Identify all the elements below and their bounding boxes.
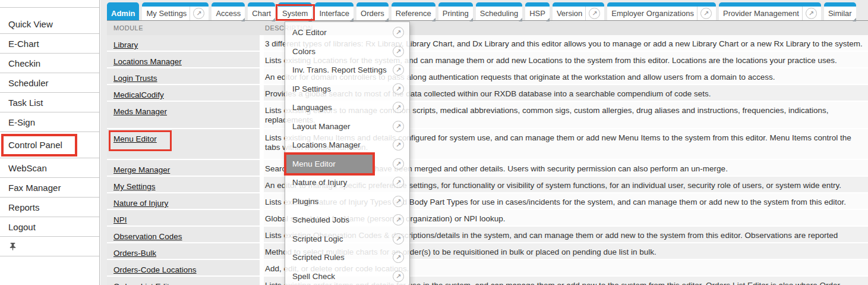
pin-sidebar-button[interactable]: [0, 237, 99, 256]
tab-scheduling[interactable]: Scheduling: [476, 2, 522, 20]
external-link-icon[interactable]: ↗: [193, 8, 204, 19]
tab-label: My Settings: [146, 9, 187, 18]
sidebar-item-control-panel[interactable]: Control Panel: [0, 132, 99, 158]
open-in-editor-icon[interactable]: ↗: [393, 214, 404, 226]
menu-item-spell-check[interactable]: Spell Check↗: [285, 267, 409, 285]
tab-bar: AdminMy Settings↗AccessChartSystemInterf…: [100, 0, 868, 20]
open-in-editor-icon[interactable]: ↗: [393, 177, 404, 188]
tab-label: Provider Management: [723, 9, 799, 18]
menu-item-nature-of-injury[interactable]: Nature of Injury↗: [285, 173, 409, 192]
table-row: NPIGlobal search tool for Name (person o…: [107, 210, 868, 227]
module-link-login-trusts[interactable]: Login Trusts: [113, 74, 157, 83]
open-in-editor-icon[interactable]: ↗: [393, 233, 404, 245]
tab-version[interactable]: Version↗: [553, 2, 604, 20]
sidebar-item-task-list[interactable]: Task List: [0, 93, 99, 112]
tab-employer-organizations[interactable]: Employer Organizations↗: [607, 2, 716, 20]
tab-external-segment: ↗: [802, 7, 817, 20]
menu-item-scripted-logic[interactable]: Scripted Logic↗: [285, 230, 409, 249]
menu-item-inv-trans-report-settings[interactable]: Inv. Trans. Report Settings↗: [285, 61, 409, 80]
menu-item-plugins[interactable]: Plugins↗: [285, 192, 409, 211]
tab-similar[interactable]: Similar: [824, 2, 856, 20]
external-link-icon[interactable]: ↗: [806, 8, 817, 19]
tab-label: Orders: [361, 9, 384, 18]
tab-provider-management[interactable]: Provider Management↗: [719, 2, 821, 20]
open-in-editor-icon[interactable]: ↗: [393, 158, 404, 170]
module-cell: Merge Manager: [107, 160, 260, 177]
tab-external-segment: ↗: [190, 7, 204, 20]
sidebar-item-fax-manager[interactable]: Fax Manager: [0, 178, 99, 198]
tab-label: Similar: [828, 9, 852, 18]
column-gap: [260, 193, 264, 210]
module-cell: Orders-Code Locations: [107, 260, 260, 277]
menu-item-menu-editor[interactable]: Menu Editor↗: [285, 155, 409, 174]
sidebar-item-e-chart[interactable]: E-Chart: [0, 34, 99, 54]
menu-item-label: Layout Manager: [292, 122, 351, 131]
sidebar-item-reports[interactable]: Reports: [0, 198, 99, 217]
open-in-editor-icon[interactable]: ↗: [393, 196, 404, 207]
open-in-editor-icon[interactable]: ↗: [393, 252, 404, 263]
tab-system[interactable]: System: [278, 2, 312, 20]
sidebar-item-label: E-Chart: [8, 39, 39, 49]
tab-chart[interactable]: Chart: [248, 2, 275, 20]
tab-access[interactable]: Access: [212, 2, 245, 20]
module-link-merge-manager[interactable]: Merge Manager: [113, 165, 170, 174]
menu-item-ac-editor[interactable]: AC Editor↗: [285, 23, 409, 42]
module-cell: Menu Editor: [107, 129, 260, 160]
module-cell: Locations Manager: [107, 52, 260, 68]
open-in-editor-icon[interactable]: ↗: [393, 83, 404, 95]
open-in-editor-icon[interactable]: ↗: [393, 46, 404, 57]
tab-label: Version: [557, 9, 582, 18]
module-table: MODULE DESCRIPTION Library3 different ty…: [107, 20, 868, 285]
menu-item-scripted-rules[interactable]: Scripted Rules↗: [285, 248, 409, 267]
menu-item-languages[interactable]: Languages↗: [285, 98, 409, 117]
menu-item-layout-manager[interactable]: Layout Manager↗: [285, 117, 409, 136]
sidebar-item-label: Quick View: [8, 19, 53, 29]
open-in-editor-icon[interactable]: ↗: [393, 102, 404, 113]
column-gap: [260, 260, 264, 277]
module-cell: Orders-Bulk: [107, 243, 260, 260]
module-link-nature-of-injury[interactable]: Nature of Injury: [113, 199, 168, 208]
menu-item-scheduled-jobs[interactable]: Scheduled Jobs↗: [285, 211, 409, 230]
column-gap: [260, 102, 264, 129]
sidebar-item-logout[interactable]: Logout: [0, 217, 99, 237]
open-in-editor-icon[interactable]: ↗: [393, 139, 404, 151]
tab-label: Admin: [111, 9, 135, 18]
sidebar-item-label: Fax Manager: [8, 183, 61, 193]
external-link-icon[interactable]: ↗: [700, 8, 712, 19]
tab-my-settings[interactable]: My Settings↗: [142, 2, 209, 20]
module-link-orders-bulk[interactable]: Orders-Bulk: [113, 249, 156, 258]
sidebar-item-scheduler[interactable]: Scheduler: [0, 73, 99, 93]
table-row: Orders-List EditorLists existing order i…: [107, 277, 868, 285]
open-in-editor-icon[interactable]: ↗: [393, 121, 404, 132]
sidebar-item-checkin[interactable]: Checkin: [0, 54, 99, 73]
sidebar-item-quick-view[interactable]: Quick View: [0, 14, 99, 34]
module-link-library[interactable]: Library: [113, 40, 138, 49]
sidebar-item-e-sign[interactable]: E-Sign: [0, 112, 99, 132]
sidebar-item-webscan[interactable]: WebScan: [0, 158, 99, 178]
module-link-medicalcodify[interactable]: MedicalCodify: [113, 90, 164, 99]
module-link-orders-code-locations[interactable]: Orders-Code Locations: [113, 265, 197, 274]
module-link-observation-codes[interactable]: Observation Codes: [113, 232, 182, 241]
open-in-editor-icon[interactable]: ↗: [393, 271, 404, 282]
module-link-my-settings[interactable]: My Settings: [113, 182, 156, 191]
menu-item-locations-manager[interactable]: Locations Manager↗: [285, 136, 409, 155]
tab-reference[interactable]: Reference: [392, 2, 435, 20]
tab-orders[interactable]: Orders: [356, 2, 389, 20]
menu-item-ip-settings[interactable]: IP Settings↗: [285, 80, 409, 99]
module-link-locations-manager[interactable]: Locations Manager: [113, 57, 182, 66]
tab-hsp[interactable]: HSP: [525, 2, 550, 20]
open-in-editor-icon[interactable]: ↗: [393, 27, 404, 38]
menu-item-colors[interactable]: Colors↗: [285, 42, 409, 61]
external-link-icon[interactable]: ↗: [589, 8, 600, 19]
column-gap: [260, 129, 264, 160]
module-link-orders-list-editor[interactable]: Orders-List Editor: [113, 282, 176, 285]
column-gap: [260, 68, 264, 85]
tab-admin[interactable]: Admin: [107, 2, 139, 20]
module-link-menu-editor[interactable]: Menu Editor: [113, 134, 157, 143]
module-link-npi[interactable]: NPI: [113, 215, 127, 224]
menu-item-label: Menu Editor: [292, 159, 336, 168]
module-link-meds-manager[interactable]: Meds Manager: [113, 107, 167, 116]
tab-printing[interactable]: Printing: [438, 2, 473, 20]
open-in-editor-icon[interactable]: ↗: [393, 64, 404, 76]
tab-interface[interactable]: Interface: [315, 2, 353, 20]
